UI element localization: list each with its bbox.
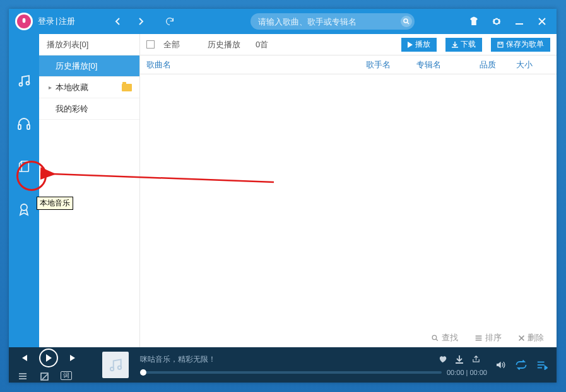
player-right-controls [495, 360, 548, 370]
select-all-label: 全部 [163, 39, 180, 50]
track-actions [438, 355, 481, 364]
auth-divider: | [56, 16, 57, 27]
favorite-icon[interactable] [438, 355, 447, 364]
prev-track-button[interactable] [18, 352, 30, 364]
close-button[interactable] [536, 16, 548, 27]
song-count-label: 0首 [256, 39, 268, 50]
header-actions [468, 16, 557, 27]
progress-handle[interactable] [140, 369, 146, 376]
next-track-button[interactable] [67, 352, 80, 364]
delete-label: 删除 [528, 332, 544, 343]
progress-bar[interactable] [140, 371, 442, 374]
minimize-button[interactable] [514, 16, 525, 27]
svg-rect-10 [498, 42, 503, 47]
col-album[interactable]: 专辑名 [416, 59, 480, 71]
col-quality[interactable]: 品质 [480, 59, 516, 71]
logo-inner [17, 14, 31, 28]
svg-point-5 [20, 83, 23, 86]
download-label: 下载 [461, 39, 476, 50]
time-display: 00:00 | 00:00 [447, 369, 487, 376]
table-body [140, 74, 557, 328]
app-logo [15, 13, 33, 30]
album-cover [102, 352, 129, 378]
refresh-button[interactable] [165, 16, 175, 26]
skin-icon[interactable] [468, 16, 480, 27]
history-playback-label: 历史播放 [208, 39, 240, 50]
list-toolbar: 全部 历史播放 0首 播放 下载 保存为歌单 [140, 34, 557, 55]
lyric-button[interactable]: 词 [61, 371, 72, 380]
player-secondary-controls: 词 [18, 371, 80, 381]
sidebar-favorites-item[interactable]: ▸ 本地收藏 [39, 77, 139, 98]
save-playlist-button[interactable]: 保存为歌单 [491, 38, 550, 52]
svg-point-9 [21, 204, 27, 210]
rail-badge-icon[interactable] [15, 200, 33, 218]
nav-rail [9, 34, 39, 347]
svg-rect-7 [18, 125, 21, 129]
sidebar-favorites-label: 本地收藏 [56, 82, 88, 93]
download-track-icon[interactable] [455, 355, 464, 364]
folder-icon [122, 84, 132, 91]
sidebar-playlist-label: 播放列表[0] [47, 39, 88, 50]
select-all-checkbox[interactable] [146, 40, 155, 49]
rail-headphones-icon[interactable] [15, 115, 33, 132]
sort-label: 排序 [485, 332, 502, 343]
desktop-lyric-icon[interactable] [39, 371, 49, 381]
col-song[interactable]: 歌曲名 [146, 59, 366, 71]
nav-back-button[interactable] [113, 16, 123, 26]
sidebar-ringtone-label: 我的彩铃 [56, 103, 88, 115]
main-panel: 全部 历史播放 0首 播放 下载 保存为歌单 歌曲名 歌 [140, 34, 557, 347]
sidebar-ringtone-item[interactable]: 我的彩铃 [39, 98, 139, 120]
sidebar-playlist-header[interactable]: 播放列表[0] [39, 34, 139, 55]
app-body: 本地音乐 播 [9, 34, 557, 347]
svg-point-11 [432, 335, 437, 340]
table-header: 歌曲名 歌手名 专辑名 品质 大小 [140, 55, 557, 74]
playlist-toggle-icon[interactable] [18, 371, 28, 381]
queue-icon[interactable] [536, 360, 548, 370]
track-info: 咪咕音乐，精彩无限！ 00:00 | 00:00 [140, 354, 487, 376]
svg-point-0 [404, 19, 408, 23]
share-icon[interactable] [471, 355, 481, 364]
col-size[interactable]: 大小 [516, 59, 541, 71]
find-button[interactable]: 查找 [431, 332, 458, 343]
progress-row: 00:00 | 00:00 [140, 369, 487, 376]
settings-icon[interactable] [491, 16, 502, 27]
play-pause-button[interactable] [39, 349, 58, 367]
login-link[interactable]: 登录 [38, 16, 54, 27]
rail-tooltip: 本地音乐 [37, 197, 73, 210]
delete-button[interactable]: 删除 [518, 332, 544, 343]
svg-rect-8 [27, 125, 30, 129]
search-box [251, 13, 415, 30]
download-button[interactable]: 下载 [445, 38, 482, 52]
nav-forward-button[interactable] [136, 16, 146, 26]
sidebar-history-item[interactable]: 历史播放[0] [39, 55, 139, 77]
playback-controls [18, 349, 80, 367]
search-button[interactable] [401, 16, 412, 27]
find-label: 查找 [442, 332, 458, 343]
svg-point-22 [118, 366, 121, 369]
chevron-right-icon: ▸ [47, 84, 53, 91]
player-slogan: 咪咕音乐，精彩无限！ [140, 354, 216, 365]
col-artist[interactable]: 歌手名 [366, 59, 416, 71]
search-input[interactable] [258, 17, 401, 26]
play-all-label: 播放 [415, 39, 430, 50]
register-link[interactable]: 注册 [59, 16, 75, 27]
save-playlist-label: 保存为歌单 [506, 39, 544, 50]
app-window: 登录 | 注册 [9, 9, 557, 383]
svg-point-21 [110, 367, 114, 371]
title-bar: 登录 | 注册 [9, 9, 557, 34]
playlist-sidebar: 播放列表[0] 历史播放[0] ▸ 本地收藏 我的彩铃 [39, 34, 140, 347]
svg-point-6 [27, 82, 30, 85]
rail-local-icon[interactable] [15, 158, 33, 175]
player-bar: 词 咪咕音乐，精彩无限！ 00:00 | 00:00 [9, 347, 557, 383]
volume-icon[interactable] [495, 360, 506, 370]
list-footer-tools: 查找 排序 删除 [140, 328, 557, 347]
rail-music-icon[interactable] [15, 72, 33, 89]
loop-icon[interactable] [515, 360, 528, 370]
auth-area: 登录 | 注册 [38, 16, 75, 27]
sort-button[interactable]: 排序 [475, 332, 502, 343]
play-all-button[interactable]: 播放 [401, 38, 437, 52]
nav-controls [113, 16, 175, 26]
sidebar-history-label: 历史播放[0] [56, 61, 97, 72]
